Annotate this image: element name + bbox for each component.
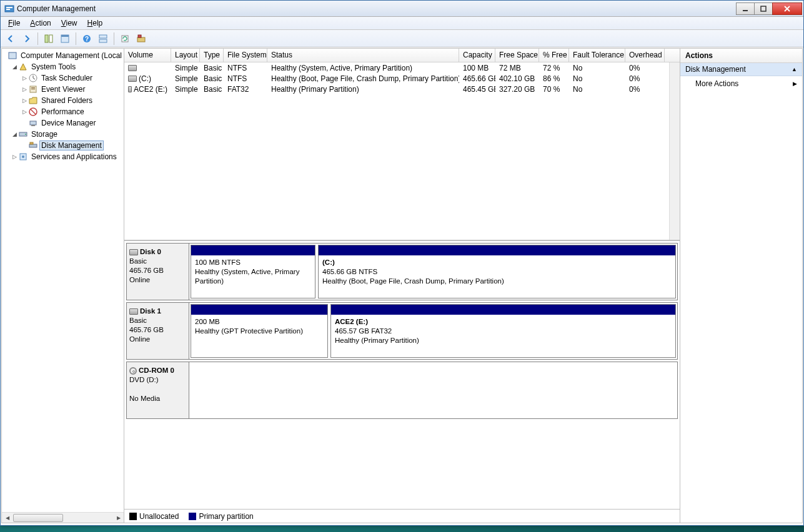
drive-icon	[128, 65, 137, 71]
svg-text:?: ?	[85, 36, 89, 42]
cell-cap: 465.45 GB	[459, 85, 495, 94]
table-row[interactable]: (C:)SimpleBasicNTFSHealthy (Boot, Page F…	[124, 73, 680, 84]
partition[interactable]: (C:)465.66 GB NTFSHealthy (Boot, Page Fi…	[318, 245, 676, 298]
disk-row[interactable]: CD-ROM 0DVD (D:) No Media	[126, 362, 678, 419]
tree-system-tools[interactable]: ◢System Tools	[2, 61, 124, 72]
unallocated-swatch-icon	[129, 513, 137, 520]
cell-free: 327.20 GB	[495, 85, 539, 94]
cell-layout: Simple	[171, 85, 200, 94]
tree-storage[interactable]: ◢Storage	[2, 129, 124, 140]
partition[interactable]: ACE2 (E:)465.57 GB FAT32Healthy (Primary…	[330, 304, 676, 358]
disk-rows: Disk 0Basic465.76 GBOnline100 MB NTFSHea…	[124, 241, 680, 509]
menu-action[interactable]: Action	[25, 17, 56, 29]
menu-help[interactable]: Help	[82, 17, 108, 29]
svg-rect-26	[29, 144, 37, 147]
tree-panel: Computer Management (Local ◢System Tools…	[2, 49, 124, 523]
show-hide-tree-button[interactable]	[41, 31, 56, 46]
tree-services-apps[interactable]: ▷Services and Applications	[2, 151, 124, 162]
svg-rect-20	[31, 89, 35, 89]
scroll-right-icon[interactable]: ▶	[113, 513, 124, 523]
toolbar-separator	[37, 32, 38, 45]
partition-body: (C:)465.66 GB NTFSHealthy (Boot, Page Fi…	[319, 255, 675, 298]
tree-performance[interactable]: ▷Performance	[2, 106, 124, 117]
cell-name	[124, 65, 171, 71]
actions-panel: Actions Disk Management ▲ More Actions ▶	[680, 49, 802, 523]
cell-fs: NTFS	[224, 64, 267, 72]
partition-color-bar	[331, 305, 675, 315]
svg-rect-5	[45, 35, 48, 42]
legend-primary: Primary partition	[189, 512, 253, 521]
minimize-button[interactable]	[736, 2, 755, 15]
tree-shared-folders[interactable]: ▷Shared Folders	[2, 95, 124, 106]
close-button[interactable]	[772, 2, 802, 15]
cell-type: Basic	[200, 85, 224, 94]
tree-disk-management[interactable]: Disk Management	[2, 140, 124, 151]
col-volume[interactable]: Volume	[124, 49, 171, 62]
svg-rect-22	[30, 121, 36, 125]
tree-task-scheduler[interactable]: ▷Task Scheduler	[2, 72, 124, 84]
titlebar[interactable]: Computer Management	[1, 1, 803, 17]
menubar: FFileile Action View Help	[1, 17, 803, 30]
col-pct-free[interactable]: % Free	[539, 49, 569, 62]
svg-rect-15	[138, 35, 141, 37]
partition-color-bar	[319, 245, 675, 255]
actions-header: Actions	[680, 49, 802, 63]
tree-device-manager[interactable]: Device Manager	[2, 117, 124, 129]
center-panel: Volume Layout Type File System Status Ca…	[124, 49, 680, 523]
collapse-icon: ▲	[792, 66, 797, 72]
cell-fs: NTFS	[224, 74, 267, 83]
cell-ovh: 0%	[625, 85, 665, 94]
legend: Unallocated Primary partition	[124, 509, 680, 523]
back-button[interactable]	[3, 31, 18, 46]
col-free-space[interactable]: Free Space	[495, 49, 539, 62]
partition[interactable]: 200 MBHealthy (GPT Protective Partition)	[191, 304, 328, 358]
tree-scrollbar[interactable]: ◀ ▶	[2, 512, 124, 523]
disk-info: Disk 0Basic465.76 GBOnline	[127, 244, 189, 300]
drive-icon	[129, 249, 138, 255]
more-actions[interactable]: More Actions ▶	[680, 76, 802, 91]
primary-swatch-icon	[189, 513, 196, 520]
scrollbar-thumb[interactable]	[13, 514, 63, 522]
col-type[interactable]: Type	[200, 49, 224, 62]
forward-button[interactable]	[19, 31, 34, 46]
disk-info: Disk 1Basic465.76 GBOnline	[127, 303, 189, 359]
settings-button[interactable]	[134, 31, 149, 46]
menu-view[interactable]: View	[56, 17, 82, 29]
svg-rect-2	[6, 9, 10, 10]
col-status[interactable]: Status	[267, 49, 459, 62]
disk-partitions	[189, 362, 677, 418]
view-mode-button[interactable]	[96, 31, 111, 46]
disk-row[interactable]: Disk 0Basic465.76 GBOnline100 MB NTFSHea…	[126, 243, 678, 300]
tree-root[interactable]: Computer Management (Local	[2, 50, 124, 61]
col-overhead[interactable]: Overhead	[625, 49, 665, 62]
svg-rect-4	[761, 6, 766, 11]
cell-ovh: 0%	[625, 74, 665, 83]
list-scrollbar[interactable]	[669, 62, 680, 240]
disk-row[interactable]: Disk 1Basic465.76 GBOnline200 MBHealthy …	[126, 302, 678, 360]
properties-button[interactable]	[57, 31, 72, 46]
toolbar-separator	[76, 32, 76, 45]
partition[interactable]: 100 MB NTFSHealthy (System, Active, Prim…	[191, 245, 315, 298]
cell-name: ACE2 (E:)	[124, 85, 171, 94]
col-fault-tolerance[interactable]: Fault Tolerance	[569, 49, 625, 62]
maximize-button[interactable]	[754, 2, 773, 15]
drive-icon	[128, 86, 132, 92]
tree-event-viewer[interactable]: ▷Event Viewer	[2, 84, 124, 95]
col-layout[interactable]: Layout	[171, 49, 200, 62]
table-row[interactable]: SimpleBasicNTFSHealthy (System, Active, …	[124, 62, 680, 73]
app-icon	[4, 4, 14, 14]
cell-name: (C:)	[124, 74, 171, 83]
menu-file[interactable]: FFileile	[3, 17, 25, 29]
col-fs[interactable]: File System	[224, 49, 267, 62]
partition-body: 200 MBHealthy (GPT Protective Partition)	[191, 315, 327, 357]
cd-icon	[129, 367, 137, 375]
actions-section[interactable]: Disk Management ▲	[680, 63, 802, 76]
cell-layout: Simple	[171, 64, 200, 72]
col-capacity[interactable]: Capacity	[459, 49, 495, 62]
cell-ovh: 0%	[625, 64, 665, 72]
help-button[interactable]: ?	[79, 31, 94, 46]
cell-pct: 72 %	[539, 64, 569, 72]
scroll-left-icon[interactable]: ◀	[2, 513, 12, 523]
refresh-button[interactable]	[117, 31, 132, 46]
table-row[interactable]: ACE2 (E:)SimpleBasicFAT32Healthy (Primar…	[124, 84, 680, 94]
